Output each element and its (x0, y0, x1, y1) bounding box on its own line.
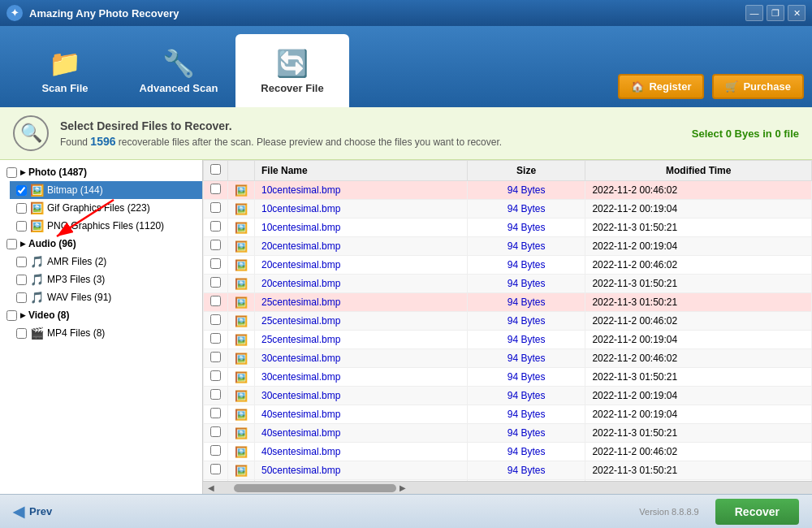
row-time: 2022-11-2 00:46:02 (585, 312, 812, 331)
bitmap-checkbox[interactable] (16, 185, 27, 196)
tree-item-amr[interactable]: 🎵 AMR Files (2) (10, 253, 202, 270)
row-checkbox[interactable] (210, 314, 221, 325)
row-checkbox[interactable] (210, 240, 221, 250)
file-icon: 🖼️ (235, 296, 248, 309)
tab-scan-file[interactable]: 📁 Scan File (8, 34, 122, 107)
table-row[interactable]: 🖼️ 30centesimal.bmp 94 Bytes 2022-11-2 0… (204, 349, 812, 368)
scroll-thumb[interactable] (234, 484, 396, 492)
select-all-checkbox[interactable] (210, 164, 221, 175)
row-checkbox-cell[interactable] (204, 293, 228, 312)
tree-item-gif[interactable]: 🖼️ Gif Graphics Files (223) (10, 199, 202, 217)
row-time: 2022-11-2 00:19:04 (585, 200, 812, 219)
row-checkbox[interactable] (210, 202, 221, 213)
row-checkbox-cell[interactable] (204, 405, 228, 424)
table-row[interactable]: 🖼️ 20centesimal.bmp 94 Bytes 2022-11-3 0… (204, 275, 812, 293)
scroll-right-arrow[interactable]: ▶ (396, 483, 409, 492)
row-time: 2022-11-2 00:46:02 (585, 443, 812, 461)
row-checkbox[interactable] (210, 408, 221, 418)
table-row[interactable]: 🖼️ 50centesimal.bmp 94 Bytes 2022-11-3 0… (204, 461, 812, 480)
table-row[interactable]: 🖼️ 40sentesimal.bmp 94 Bytes 2022-11-3 0… (204, 424, 812, 443)
row-checkbox-cell[interactable] (204, 368, 228, 387)
scroll-left-arrow[interactable]: ◀ (205, 483, 218, 492)
table-row[interactable]: 🖼️ 20centesimal.bmp 94 Bytes 2022-11-2 0… (204, 237, 812, 256)
row-checkbox[interactable] (210, 277, 221, 288)
row-checkbox-cell[interactable] (204, 443, 228, 461)
row-checkbox[interactable] (210, 296, 221, 306)
row-checkbox-cell[interactable] (204, 181, 228, 200)
audio-checkbox[interactable] (6, 239, 17, 249)
register-button[interactable]: 🏠 Register (618, 74, 704, 99)
minimize-button[interactable]: — (745, 5, 763, 21)
row-checkbox[interactable] (210, 464, 221, 474)
category-video[interactable]: ▸ Video (8) (0, 306, 202, 324)
table-row[interactable]: 🖼️ 25centesimal.bmp 94 Bytes 2022-11-2 0… (204, 331, 812, 349)
col-time[interactable]: Modified Time (585, 161, 812, 181)
col-size[interactable]: Size (467, 161, 585, 181)
mp4-checkbox[interactable] (16, 328, 27, 339)
row-icon-cell: 🖼️ (228, 237, 255, 256)
purchase-button[interactable]: 🛒 Purchase (712, 74, 804, 99)
category-photo[interactable]: ▸ Photo (1487) (0, 163, 202, 181)
row-checkbox-cell[interactable] (204, 331, 228, 349)
row-checkbox-cell[interactable] (204, 275, 228, 293)
file-table-scroll[interactable]: File Name Size Modified Time 🖼️ 10centes… (203, 160, 812, 481)
table-row[interactable]: 🖼️ 40sentesimal.bmp 94 Bytes 2022-11-2 0… (204, 405, 812, 424)
row-checkbox-cell[interactable] (204, 312, 228, 331)
table-row[interactable]: 🖼️ 10centesimal.bmp 94 Bytes 2022-11-2 0… (204, 200, 812, 219)
gif-checkbox[interactable] (16, 203, 27, 214)
table-row[interactable]: 🖼️ 10centesimal.bmp 94 Bytes 2022-11-2 0… (204, 181, 812, 200)
tab-recover-file[interactable]: 🔄 Recover File (235, 34, 349, 107)
table-row[interactable]: 🖼️ 30centesimal.bmp 94 Bytes 2022-11-3 0… (204, 368, 812, 387)
amr-checkbox[interactable] (16, 257, 27, 267)
row-checkbox-cell[interactable] (204, 387, 228, 405)
table-row[interactable]: 🖼️ 20centesimal.bmp 94 Bytes 2022-11-2 0… (204, 256, 812, 275)
row-checkbox-cell[interactable] (204, 461, 228, 480)
audio-group: 🎵 AMR Files (2) 🎵 MP3 Files (3) 🎵 WAV Fi… (0, 253, 202, 306)
row-checkbox[interactable] (210, 389, 221, 400)
table-row[interactable]: 🖼️ 40sentesimal.bmp 94 Bytes 2022-11-2 0… (204, 443, 812, 461)
recover-button[interactable]: Recover (715, 499, 799, 525)
table-row[interactable]: 🖼️ 25centesimal.bmp 94 Bytes 2022-11-2 0… (204, 312, 812, 331)
col-filename[interactable]: File Name (255, 161, 468, 181)
tree-item-bitmap[interactable]: 🖼️ Bitmap (144) (10, 181, 202, 199)
row-checkbox[interactable] (210, 258, 221, 269)
table-row[interactable]: 🖼️ 25centesimal.bmp 94 Bytes 2022-11-3 0… (204, 293, 812, 312)
horizontal-scrollbar[interactable]: ◀ ▶ (203, 481, 812, 494)
row-checkbox-cell[interactable] (204, 424, 228, 443)
row-checkbox-cell[interactable] (204, 200, 228, 219)
table-row[interactable]: 🖼️ 10centesimal.bmp 94 Bytes 2022-11-3 0… (204, 219, 812, 237)
wav-label: WAV Files (91) (47, 292, 196, 303)
prev-button[interactable]: ◀ Prev (13, 503, 52, 521)
row-checkbox-cell[interactable] (204, 237, 228, 256)
row-checkbox-cell[interactable] (204, 349, 228, 368)
row-checkbox[interactable] (210, 370, 221, 381)
row-checkbox[interactable] (210, 445, 221, 456)
row-checkbox-cell[interactable] (204, 256, 228, 275)
close-button[interactable]: ✕ (788, 5, 806, 21)
file-icon: 🖼️ (235, 203, 248, 215)
row-checkbox[interactable] (210, 221, 221, 232)
row-checkbox[interactable] (210, 333, 221, 344)
row-checkbox[interactable] (210, 426, 221, 437)
png-checkbox[interactable] (16, 221, 27, 232)
wav-checkbox[interactable] (16, 292, 27, 303)
row-checkbox-cell[interactable] (204, 219, 228, 237)
tree-item-mp3[interactable]: 🎵 MP3 Files (3) (10, 270, 202, 288)
table-row[interactable]: 🖼️ 30centesimal.bmp 94 Bytes 2022-11-2 0… (204, 387, 812, 405)
tree-item-wav[interactable]: 🎵 WAV Files (91) (10, 288, 202, 306)
tab-advanced-scan[interactable]: 🔧 Advanced Scan (122, 34, 235, 107)
video-checkbox[interactable] (6, 310, 17, 321)
mp4-label: MP4 Files (8) (47, 327, 196, 339)
row-size: 94 Bytes (467, 181, 585, 200)
category-audio[interactable]: ▸ Audio (96) (0, 235, 202, 253)
tree-item-png[interactable]: 🖼️ PNG Graphics Files (1120) (10, 217, 202, 235)
mp3-checkbox[interactable] (16, 275, 27, 285)
photo-checkbox[interactable] (6, 167, 17, 178)
row-checkbox[interactable] (210, 352, 221, 362)
row-checkbox[interactable] (210, 184, 221, 194)
photo-expand: ▸ (20, 167, 25, 178)
row-size: 94 Bytes (467, 219, 585, 237)
tree-item-mp4[interactable]: 🎬 MP4 Files (8) (10, 324, 202, 342)
restore-button[interactable]: ❐ (767, 5, 784, 21)
row-filename: 40sentesimal.bmp (255, 443, 468, 461)
